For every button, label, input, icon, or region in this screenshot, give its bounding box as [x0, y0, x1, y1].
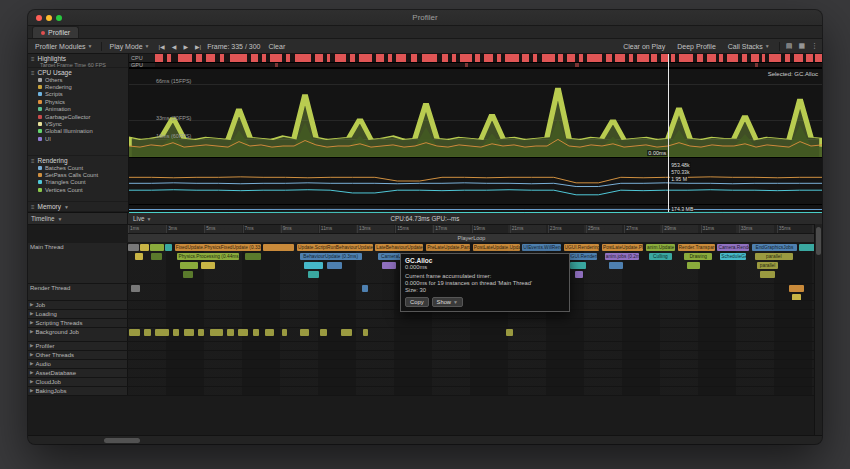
expand-arrow-icon[interactable]: ▶ [30, 388, 33, 394]
frame-bar[interactable] [206, 54, 215, 62]
thread-row-other-threads[interactable]: ▶Other Threads [28, 351, 815, 360]
frame-bar[interactable] [615, 54, 624, 62]
timeline-segment[interactable]: PostLateUpdate.UpdateAllRenderers [473, 244, 520, 251]
timeline-segment[interactable]: ScheduleGeometryJobs [720, 253, 746, 260]
timeline-segment[interactable] [140, 244, 148, 251]
frame-bar[interactable] [629, 54, 633, 62]
frame-bar[interactable] [806, 54, 813, 62]
timeline-segment[interactable]: BehaviourUpdate (0.3ms) [300, 253, 362, 260]
frame-bar[interactable] [388, 54, 392, 62]
timeline-segment[interactable] [201, 262, 215, 269]
grid-icon[interactable]: ▦ [798, 42, 805, 50]
live-dropdown[interactable]: Live ▼ [128, 215, 157, 222]
thread-label[interactable]: ▶CloudJob [28, 378, 128, 386]
gpu-frame-strip[interactable] [155, 63, 822, 68]
frame-bar[interactable] [270, 54, 282, 62]
timeline-segment[interactable] [183, 271, 193, 278]
frame-bar[interactable] [422, 54, 437, 62]
timeline-view-dropdown[interactable]: Timeline ▼ [28, 213, 128, 224]
timeline-segment[interactable] [799, 244, 815, 251]
legend-item-triangles-count[interactable]: Triangles Count [31, 179, 125, 186]
frame-bar[interactable] [167, 54, 171, 62]
expand-arrow-icon[interactable]: ▶ [30, 370, 33, 376]
timeline-segment[interactable]: FixedUpdate.PhysicsFixedUpdate (0.33ms) [175, 244, 261, 251]
thread-label[interactable]: ▶Audio [28, 360, 128, 368]
frame-bar[interactable] [460, 54, 471, 62]
thread-label[interactable]: Render Thread [28, 284, 128, 300]
timeline-segment[interactable]: UGUI.Rendering.UpdateBatches (0.2ms) [564, 244, 600, 251]
timeline-segment[interactable] [575, 271, 583, 278]
legend-item-others[interactable]: Others [31, 76, 125, 83]
timeline-segment[interactable]: Drawing [684, 253, 711, 260]
timeline-segment[interactable]: anim.Update (0.2ms) [646, 244, 675, 251]
frame-bar[interactable] [558, 54, 563, 62]
frame-bar[interactable] [533, 54, 538, 62]
timeline-segment[interactable] [320, 329, 327, 336]
frame-bar[interactable] [785, 54, 790, 62]
timeline-segment[interactable] [300, 329, 310, 336]
module-cpu-usage[interactable]: ≡ CPU Usage OthersRenderingScriptsPhysic… [28, 68, 128, 156]
timeline-segment[interactable] [308, 271, 319, 278]
legend-item-vertices-count[interactable]: Vertices Count [31, 186, 125, 193]
legend-item-physics[interactable]: Physics [31, 98, 125, 105]
timeline-segment[interactable] [506, 329, 513, 336]
expand-arrow-icon[interactable]: ▶ [30, 311, 33, 317]
frame-bar[interactable] [719, 54, 723, 62]
timeline-segment[interactable]: PreLateUpdate.ParticleSystemUpdate [426, 244, 470, 251]
timeline-segment[interactable] [341, 329, 352, 336]
legend-item-setpass-calls-count[interactable]: SetPass Calls Count [31, 171, 125, 178]
expand-arrow-icon[interactable]: ▶ [30, 361, 33, 367]
legend-item-batches-count[interactable]: Batches Count [31, 164, 125, 171]
timeline-segment[interactable]: PostLateUpdate.PlayerUpdateCanvases [602, 244, 643, 251]
timeline-segment[interactable] [263, 244, 295, 251]
thread-lane[interactable] [128, 351, 815, 359]
timeline-segment[interactable] [382, 262, 396, 269]
call-stacks-dropdown[interactable]: Call Stacks ▼ [725, 41, 773, 52]
frame-bar[interactable] [465, 63, 468, 67]
frame-bar[interactable] [542, 54, 555, 62]
frame-bar[interactable] [396, 54, 406, 62]
module-memory[interactable]: ≡ Memory ▼ [28, 202, 128, 212]
expand-arrow-icon[interactable]: ▶ [30, 329, 33, 335]
thread-label[interactable]: ▶Other Threads [28, 351, 128, 359]
play-mode-dropdown[interactable]: Play Mode ▼ [107, 41, 153, 52]
frame-bar[interactable] [755, 63, 758, 67]
thread-row-bakingjobs[interactable]: ▶BakingJobs [28, 387, 815, 396]
frame-bar[interactable] [442, 54, 449, 62]
timeline-segment[interactable] [570, 262, 585, 269]
expand-arrow-icon[interactable]: ▶ [30, 379, 33, 385]
frame-bar[interactable] [335, 54, 346, 62]
thread-row-profiler[interactable]: ▶Profiler [28, 342, 815, 351]
thread-label[interactable]: Main Thread [28, 243, 128, 283]
thread-label[interactable]: ▶Profiler [28, 342, 128, 350]
timeline-segment[interactable]: Culling [649, 253, 672, 260]
timeline-segment[interactable] [327, 262, 342, 269]
frame-bar[interactable] [679, 54, 692, 62]
legend-item-scripts[interactable]: Scripts [31, 91, 125, 98]
playerloop-bar[interactable]: PlayerLoop [128, 234, 815, 243]
frame-bar[interactable] [251, 54, 258, 62]
frame-bar[interactable] [637, 54, 649, 62]
thread-label[interactable]: ▶Loading [28, 310, 128, 318]
timeline-segment[interactable] [687, 262, 699, 269]
horizontal-scrollbar-thumb[interactable] [104, 438, 140, 443]
timeline-segment[interactable]: parallel [755, 253, 793, 260]
frame-bar[interactable] [230, 54, 247, 62]
frame-bar[interactable] [575, 63, 579, 67]
thread-lane[interactable] [128, 387, 815, 395]
horizontal-scrollbar[interactable] [28, 435, 822, 444]
timeline-segment[interactable] [227, 329, 234, 336]
thread-row-scripting-threads[interactable]: ▶Scripting Threads [28, 319, 815, 328]
frame-bar[interactable] [671, 54, 674, 62]
frame-bar[interactable] [651, 54, 656, 62]
frame-bar[interactable] [497, 54, 501, 62]
frame-bar[interactable] [727, 54, 738, 62]
thread-label[interactable]: ▶Background Job [28, 328, 128, 341]
timeline-segment[interactable] [238, 329, 248, 336]
thread-label[interactable]: ▶AssetDatabase [28, 369, 128, 377]
show-dropdown-button[interactable]: Show ▼ [432, 297, 463, 307]
timeline-segment[interactable] [245, 253, 261, 260]
frame-bar[interactable] [751, 54, 759, 62]
expand-arrow-icon[interactable]: ▶ [30, 320, 33, 326]
timeline-segment[interactable] [165, 244, 172, 251]
